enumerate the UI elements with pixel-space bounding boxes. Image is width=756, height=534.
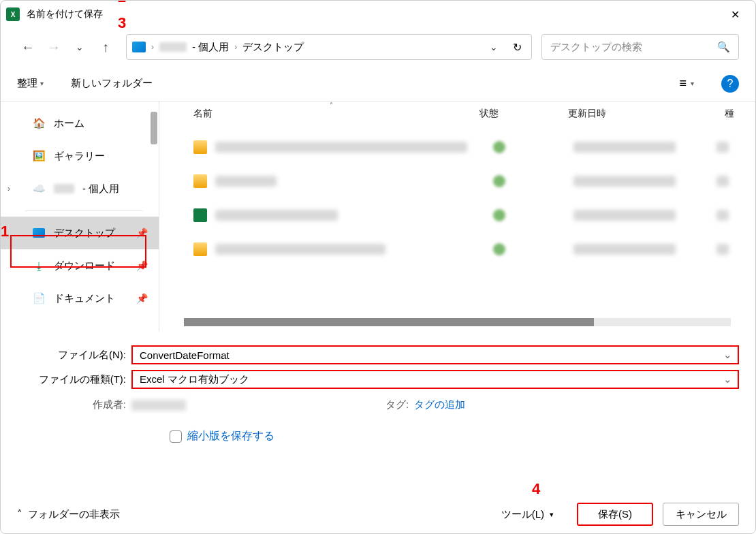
column-date[interactable]: 更新日時 [568, 108, 725, 120]
annotation-1: 1 [1, 223, 9, 240]
file-name-redacted [215, 210, 338, 221]
file-state-redacted [493, 141, 505, 153]
filename-row: ファイル名(N): ConvertDateFormat ⌄ [17, 343, 739, 367]
search-box[interactable]: デスクトップの検索 🔍 [541, 34, 739, 60]
desktop-icon [132, 42, 146, 52]
navbar: ← → ⌄ ↑ › - 個人用 › デスクトップ ⌄ ↻ デスクトップの検索 🔍 [1, 28, 755, 66]
refresh-button[interactable]: ↻ [509, 41, 526, 54]
desktop-icon [32, 226, 46, 240]
nav-up-button[interactable]: ↑ [95, 36, 116, 58]
annotation-4: 4 [532, 480, 540, 498]
breadcrumb-user-redacted[interactable] [159, 42, 187, 52]
add-tag-link[interactable]: タグの追加 [414, 398, 465, 411]
save-button[interactable]: 保存(S) [577, 503, 653, 526]
breadcrumb-separator-icon: › [234, 42, 237, 52]
sidebar-item-onedrive[interactable]: › ☁️ - 個人用 [1, 172, 159, 205]
home-icon: 🏠 [32, 116, 46, 130]
author-label: 作成者: [17, 398, 126, 411]
sidebar-item-label: ホーム [54, 117, 84, 130]
hide-folders-label: フォルダーの非表示 [28, 508, 120, 521]
file-type-redacted [716, 210, 729, 221]
file-date-redacted [573, 142, 676, 153]
tag-label: タグ: [385, 398, 409, 411]
sidebar-item-label: デスクトップ [54, 227, 115, 240]
hide-folders-toggle[interactable]: ˄ フォルダーの非表示 [17, 508, 120, 521]
author-value-redacted[interactable] [131, 400, 186, 411]
window-title: 名前を付けて保存 [27, 8, 720, 20]
scrollbar-thumb[interactable] [184, 318, 594, 326]
file-row[interactable] [159, 232, 755, 266]
thumbnail-checkbox[interactable] [170, 430, 182, 443]
search-icon[interactable]: 🔍 [717, 41, 730, 53]
sidebar-scrollbar[interactable] [151, 112, 157, 144]
form-area: 2 ファイル名(N): ConvertDateFormat ⌄ 3 ファイルの種… [1, 332, 755, 443]
nav-forward-button[interactable]: → [43, 36, 65, 58]
documents-icon: 📄 [32, 292, 46, 305]
file-state-redacted [493, 209, 505, 221]
sidebar-item-documents[interactable]: 📄 ドキュメント 📌 [1, 282, 159, 315]
address-dropdown-icon[interactable]: ⌄ [484, 42, 503, 52]
sidebar-item-gallery[interactable]: 🖼️ ギャラリー [1, 140, 159, 172]
address-bar[interactable]: › - 個人用 › デスクトップ ⌄ ↻ [126, 34, 532, 60]
sidebar-item-home[interactable]: 🏠 ホーム [1, 107, 159, 140]
nav-back-button[interactable]: ← [17, 36, 39, 58]
dropdown-icon: ▾ [550, 510, 554, 519]
dropdown-icon[interactable]: ⌄ [723, 349, 732, 361]
file-rows [159, 126, 755, 266]
tools-menu[interactable]: ツール(L) ▾ [501, 508, 554, 521]
column-type[interactable]: 種 [725, 108, 734, 120]
file-list-area: ˄ 名前 状態 更新日時 種 [159, 101, 755, 332]
horizontal-scrollbar[interactable] [184, 318, 731, 326]
file-date-redacted [573, 244, 676, 255]
column-name[interactable]: 名前 [193, 108, 479, 120]
file-type-redacted [716, 142, 729, 153]
filetype-dropdown[interactable]: Excel マクロ有効ブック ⌄ [131, 370, 739, 389]
annotation-3: 3 [118, 14, 126, 32]
downloads-icon: ⭳ [32, 259, 46, 272]
file-type-redacted [716, 244, 729, 255]
filename-input[interactable]: ConvertDateFormat ⌄ [131, 345, 739, 364]
sidebar-divider [25, 210, 142, 211]
file-row[interactable] [159, 198, 755, 232]
file-state-redacted [493, 175, 505, 187]
file-row[interactable] [159, 164, 755, 198]
sidebar-item-desktop[interactable]: デスクトップ 📌 [1, 217, 159, 249]
help-button[interactable]: ? [721, 75, 739, 93]
column-headers: 名前 状態 更新日時 種 [159, 101, 755, 126]
sidebar-item-label: ギャラリー [54, 150, 105, 163]
sidebar-item-label: ドキュメント [54, 292, 115, 305]
filetype-value: Excel マクロ有効ブック [140, 373, 249, 386]
pin-icon[interactable]: 📌 [136, 260, 148, 271]
view-options-button[interactable]: ≡ ▾ [679, 76, 694, 91]
cancel-button[interactable]: キャンセル [663, 503, 739, 526]
filename-value: ConvertDateFormat [140, 349, 230, 361]
sidebar-item-downloads[interactable]: ⭳ ダウンロード 📌 [1, 249, 159, 282]
breadcrumb-desktop[interactable]: デスクトップ [242, 41, 304, 54]
dropdown-icon[interactable]: ⌄ [723, 373, 732, 386]
sidebar: 🏠 ホーム 🖼️ ギャラリー › ☁️ - 個人用 1 デスクトップ 📌 ⭳ ダ… [1, 101, 159, 332]
expand-icon[interactable]: › [7, 184, 10, 193]
file-name-redacted [215, 244, 385, 255]
thumbnail-checkbox-row[interactable]: 縮小版を保存する [17, 411, 739, 443]
column-state[interactable]: 状態 [479, 108, 568, 120]
organize-menu[interactable]: 整理▾ [17, 77, 44, 90]
file-date-redacted [573, 210, 676, 221]
excel-app-icon: X [6, 7, 20, 21]
onedrive-icon: ☁️ [32, 182, 46, 195]
chevron-up-icon: ˄ [17, 508, 22, 520]
file-state-redacted [493, 243, 505, 255]
file-row[interactable] [159, 130, 755, 164]
breadcrumb-user-suffix[interactable]: - 個人用 [192, 41, 229, 54]
new-folder-button[interactable]: 新しいフォルダー [71, 77, 153, 90]
onedrive-user-redacted [54, 184, 74, 193]
file-date-redacted [573, 176, 676, 187]
gallery-icon: 🖼️ [32, 149, 46, 163]
file-type-redacted [716, 176, 729, 187]
close-button[interactable]: ✕ [720, 1, 750, 28]
sidebar-item-label: ダウンロード [54, 260, 115, 272]
search-placeholder: デスクトップの検索 [550, 41, 642, 54]
filename-label: ファイル名(N): [17, 349, 126, 362]
pin-icon[interactable]: 📌 [136, 227, 148, 238]
nav-history-dropdown[interactable]: ⌄ [69, 36, 91, 58]
pin-icon[interactable]: 📌 [136, 293, 148, 304]
